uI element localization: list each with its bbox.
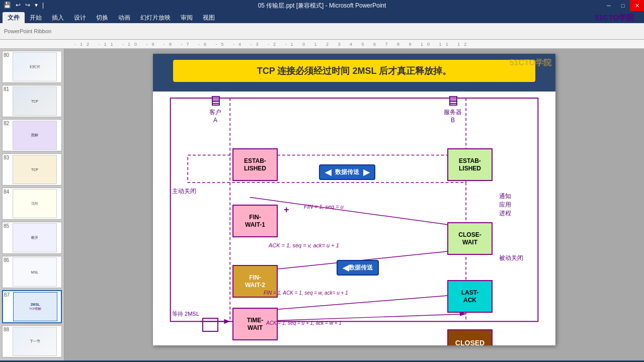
- state-last-ack: LAST-ACK: [447, 280, 493, 313]
- ribbon: 文件 开始 插入 设计 切换 动画 幻灯片放映 审阅 视图 PowerPoint…: [0, 11, 644, 40]
- window-controls[interactable]: ─ □ ✕: [602, 0, 644, 11]
- window-title: 05 传输层.ppt [兼容模式] - Microsoft PowerPoint: [258, 2, 386, 10]
- arrow-ack1: ACK = 1, seq = v, ack= u + 1: [269, 242, 339, 248]
- tab-slideshow[interactable]: 幻灯片放映: [135, 12, 176, 23]
- active-close-label: 主动关闭: [172, 187, 196, 196]
- plus-sign: +: [284, 205, 289, 215]
- maximize-button[interactable]: □: [616, 0, 630, 11]
- main-area: 80 幻灯片 81 TCP 82 图解 83 TCP 84 流程 85 断开 8…: [0, 49, 644, 360]
- data-transfer-btn-1: ◀ 数据传送 ▶: [319, 164, 375, 180]
- minimize-button[interactable]: ─: [602, 0, 616, 11]
- undo-icon[interactable]: ↩: [14, 1, 22, 9]
- arrow-ack2: ACK = 1, seq = u + 1, ack = w + 1: [266, 320, 342, 326]
- client-icon: 🖥 客户 A: [208, 94, 222, 124]
- slide-thumb-82[interactable]: 82 图解: [2, 119, 62, 151]
- slide-thumb-85[interactable]: 85 断开: [2, 222, 62, 254]
- slide-title: TCP 连接必须经过时间 2MSL 后才真正释放掉。: [173, 60, 535, 82]
- slide-thumb-81[interactable]: 81 TCP: [2, 85, 62, 117]
- server-icon: 🖥 服务器 B: [444, 94, 462, 124]
- close-button[interactable]: ✕: [630, 0, 644, 11]
- data-transfer-btn-2: ◀ 数据传送: [337, 260, 379, 276]
- ribbon-placeholder: PowerPoint Ribbon: [4, 28, 51, 34]
- ribbon-content: PowerPoint Ribbon 51CTO学院: [0, 23, 644, 39]
- slide-thumb-86[interactable]: 86 MSL: [2, 256, 62, 288]
- redo-icon[interactable]: ↪: [24, 1, 32, 9]
- arrow-fin1: FIN = 1, seq = u: [304, 204, 344, 210]
- state-close-wait: CLOSE-WAIT: [447, 222, 493, 255]
- tab-transition[interactable]: 切换: [91, 12, 113, 23]
- state-established-left: ESTAB-LISHED: [232, 148, 278, 181]
- save-icon[interactable]: 💾: [2, 1, 13, 9]
- tab-animation[interactable]: 动画: [113, 12, 135, 23]
- tab-file[interactable]: 文件: [3, 12, 25, 23]
- horizontal-ruler: -12 -11 -10 -9 -8 -7 -6 -5 -4 -3 -2 -1 0…: [0, 40, 644, 49]
- title-bar: 💾 ↩ ↪ ▾ | 05 传输层.ppt [兼容模式] - Microsoft …: [0, 0, 644, 11]
- slide-thumb-83[interactable]: 83 TCP: [2, 153, 62, 186]
- slide-thumb-80[interactable]: 80 幻灯片: [2, 51, 62, 83]
- tab-design[interactable]: 设计: [69, 12, 91, 23]
- diagram-area: 🖥 客户 A 🖥 服务器 B ESTAB-LISHED FIN-WAIT-1 F…: [158, 94, 550, 340]
- separator: |: [41, 1, 45, 9]
- watermark-text: 51CTO学院: [510, 58, 551, 68]
- tab-home[interactable]: 开始: [25, 12, 47, 23]
- state-closed-right: CLOSED: [447, 329, 493, 345]
- passive-close-label: 被动关闭: [499, 254, 523, 262]
- svg-line-4: [250, 198, 466, 227]
- slide-thumb-88[interactable]: 88 下一节: [2, 325, 62, 357]
- work-area: TCP 连接必须经过时间 2MSL 后才真正释放掉。 51CTO学院: [64, 49, 644, 360]
- ribbon-tabs[interactable]: 文件 开始 插入 设计 切换 动画 幻灯片放映 审阅 视图: [0, 11, 644, 23]
- slide-canvas: TCP 连接必须经过时间 2MSL 后才真正释放掉。 51CTO学院: [153, 54, 555, 345]
- tab-review[interactable]: 审阅: [176, 12, 198, 23]
- slide-thumb-84[interactable]: 84 流程: [2, 188, 62, 220]
- customize-icon[interactable]: ▾: [33, 1, 39, 9]
- state-fin-wait-1: FIN-WAIT-1: [232, 205, 278, 237]
- wait-box: [202, 318, 218, 332]
- arrow-fin2: FIN = 1, ACK = 1, seq = w, ack= u + 1: [264, 290, 348, 296]
- tab-insert[interactable]: 插入: [47, 12, 69, 23]
- wait-2msl-label: 等待 2MSL: [172, 310, 199, 318]
- svg-line-8: [250, 294, 466, 312]
- watermark-logo: 51CTO学院: [595, 13, 634, 23]
- notify-label: 通知应用进程: [499, 192, 511, 217]
- svg-marker-13: [224, 319, 230, 324]
- tab-view[interactable]: 视图: [198, 12, 220, 23]
- slide-panel[interactable]: 80 幻灯片 81 TCP 82 图解 83 TCP 84 流程 85 断开 8…: [0, 49, 64, 360]
- quick-access-toolbar[interactable]: 💾 ↩ ↪ ▾ |: [2, 1, 45, 9]
- slide-thumb-87[interactable]: 87 2MSL TCP图解: [2, 290, 62, 323]
- state-established-right: ESTAB-LISHED: [447, 148, 493, 181]
